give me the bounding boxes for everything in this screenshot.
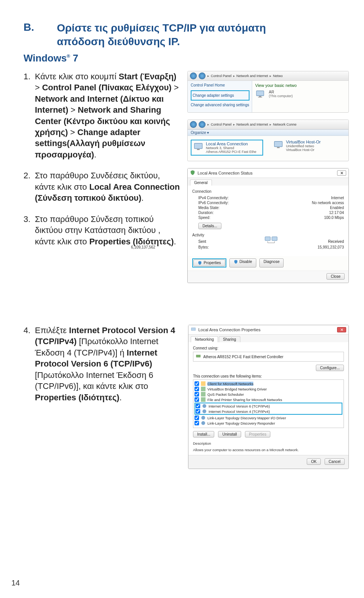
- shield-icon: [234, 260, 238, 264]
- close-button[interactable]: ✕: [337, 327, 346, 332]
- link-change-adapter-settings[interactable]: Change adapter settings: [193, 93, 248, 98]
- svg-rect-10: [196, 355, 201, 357]
- tab-general[interactable]: General: [190, 179, 212, 186]
- control-panel-home[interactable]: Control Panel Home: [191, 83, 249, 87]
- kv-ipv4: IPv4 Connectivity:Internet: [198, 196, 344, 200]
- section-title-line2: απόδοση διεύθυνσης IP.: [57, 36, 180, 47]
- svg-rect-3: [195, 143, 202, 148]
- section-title: Ορίστε τις ρυθμίσεις TCP/IP για αυτόματη…: [57, 21, 266, 49]
- adapter-icon: [196, 354, 201, 360]
- tab-strip: General: [188, 178, 348, 186]
- checkbox[interactable]: [196, 404, 200, 408]
- os-label: Windows® 7: [24, 52, 349, 64]
- checkbox[interactable]: [195, 381, 199, 386]
- list-item: QoS Packet Scheduler: [195, 392, 342, 397]
- configure-button[interactable]: Configure...: [316, 365, 344, 371]
- service-icon: [201, 397, 206, 402]
- uninstall-button[interactable]: Uninstall: [218, 431, 241, 437]
- list-item: Link-Layer Topology Discovery Mapper I/O…: [195, 415, 342, 420]
- diagnose-button[interactable]: Diagnose: [259, 258, 284, 268]
- chevron-icon: ▸: [207, 74, 209, 78]
- shield-icon: [198, 261, 202, 265]
- svg-rect-9: [191, 328, 196, 330]
- list-item-ipv6: Internet Protocol Version 6 (TCP/IPv6): [196, 403, 341, 409]
- network-adapter-icon: [193, 142, 204, 152]
- step-4: 4. Επιλέξτε Internet Protocol Version 4 …: [24, 325, 180, 403]
- checkbox[interactable]: [195, 387, 199, 391]
- section-letter: B.: [24, 21, 57, 33]
- forward-button[interactable]: [199, 72, 206, 79]
- client-icon: [201, 381, 206, 386]
- svg-rect-8: [272, 237, 277, 241]
- back-button[interactable]: [190, 121, 197, 128]
- list-item-ipv4: Internet Protocol Version 4 (TCP/IPv4): [196, 409, 341, 414]
- side-pane: Control Panel Home Change adapter settin…: [188, 81, 252, 112]
- screenshot-network-connections: ▸Control Panel▸Network and Internet▸Netw…: [187, 120, 349, 161]
- step-num: 1.: [24, 71, 35, 161]
- os-ver: 7: [73, 52, 78, 64]
- protocol-icon: [201, 421, 206, 425]
- checkbox[interactable]: [195, 392, 199, 397]
- details-button[interactable]: Details...: [198, 223, 221, 229]
- kv-duration: Duration:12:17:04: [198, 211, 344, 215]
- kv-speed: Speed:100.0 Mbps: [198, 216, 344, 220]
- adapter-field: Atheros AR8152 PCI-E Fast Ethernet Contr…: [193, 352, 344, 362]
- checkbox[interactable]: [196, 409, 200, 414]
- link-change-advanced-sharing[interactable]: Change advanced sharing settings: [191, 103, 249, 107]
- shield-icon: [190, 170, 195, 176]
- back-button[interactable]: [190, 72, 197, 79]
- conn-name: Local Area Connection: [206, 142, 256, 146]
- action-button-row: Properties Disable Diagnose: [188, 256, 348, 271]
- breadcrumb[interactable]: ▸Control Panel▸Network and Internet▸Netw…: [207, 123, 297, 126]
- install-button[interactable]: Install...: [193, 431, 214, 437]
- connection-virtualbox[interactable]: VirtualBox Host-Or Unidentified netwo Vi…: [273, 140, 345, 156]
- highlight-properties: Properties: [192, 258, 226, 268]
- disable-button[interactable]: Disable: [229, 258, 256, 268]
- checkbox[interactable]: [195, 421, 199, 425]
- activity-icon: [265, 236, 278, 247]
- protocol-list[interactable]: Client for Microsoft Networks VirtualBox…: [193, 379, 344, 428]
- section-header: B. Ορίστε τις ρυθμίσεις TCP/IP για αυτόμ…: [24, 21, 349, 49]
- connection-local-area[interactable]: Local Area Connection Network 3, Shared …: [191, 140, 263, 156]
- list-item: File and Printer Sharing for Microsoft N…: [195, 397, 342, 402]
- registered-icon: ®: [67, 54, 70, 59]
- tab-sharing[interactable]: Sharing: [219, 336, 240, 342]
- computer-icon: [255, 89, 265, 99]
- checkbox[interactable]: [195, 397, 199, 402]
- breadcrumb[interactable]: ▸ Control Panel▸ Network and Internet▸ N…: [207, 74, 283, 78]
- received-label: Received: [271, 239, 344, 244]
- forward-button[interactable]: [199, 121, 206, 128]
- close-button[interactable]: ✕: [337, 170, 346, 176]
- section-title-line1: Ορίστε τις ρυθμίσεις TCP/IP για αυτόματη: [57, 22, 266, 34]
- page-number: 14: [11, 579, 20, 587]
- organize-bar[interactable]: Organize ▾: [188, 129, 348, 136]
- main-header: View your basic netwo: [255, 83, 345, 88]
- cancel-button[interactable]: Cancel: [325, 458, 345, 465]
- step-num: 4.: [24, 325, 35, 403]
- tab-networking[interactable]: Networking: [191, 336, 218, 342]
- step-body: Στο παράθυρο Σύνδεση τοπικού δικτύου στη…: [35, 214, 180, 247]
- properties-button[interactable]: Properties: [245, 431, 271, 437]
- step-3: 3. Στο παράθυρο Σύνδεση τοπικού δικτύου …: [24, 214, 180, 247]
- os-name: Windows: [24, 52, 67, 64]
- service-icon: [201, 392, 206, 397]
- svg-rect-2: [258, 97, 262, 98]
- step-body: Κάντε κλικ στο κουμπί Start (Έναρξη) > C…: [35, 71, 180, 161]
- svg-rect-7: [265, 237, 270, 241]
- list-item: Link-Layer Topology Discovery Responder: [195, 420, 342, 426]
- uses-label: This connection uses the following items…: [193, 374, 344, 378]
- nav-bar: ▸Control Panel▸Network and Internet▸Netw…: [188, 120, 348, 129]
- properties-button[interactable]: Properties: [193, 260, 225, 266]
- close-button[interactable]: Close: [326, 273, 345, 280]
- main-pane: View your basic netwo AR (This computer): [252, 81, 348, 112]
- dialog-connection-properties: Local Area Connection Properties ✕ Netwo…: [188, 325, 349, 469]
- conn-name: VirtualBox Host-Or: [286, 140, 321, 144]
- ok-button[interactable]: OK: [307, 458, 320, 465]
- tab-strip: Networking Sharing: [188, 335, 348, 342]
- service-icon: [201, 387, 206, 391]
- checkbox[interactable]: [195, 415, 199, 420]
- title-bar: Local Area Connection Properties ✕: [188, 325, 348, 335]
- protocol-icon: [202, 409, 207, 414]
- svg-rect-12: [201, 387, 206, 391]
- svg-rect-0: [256, 91, 264, 96]
